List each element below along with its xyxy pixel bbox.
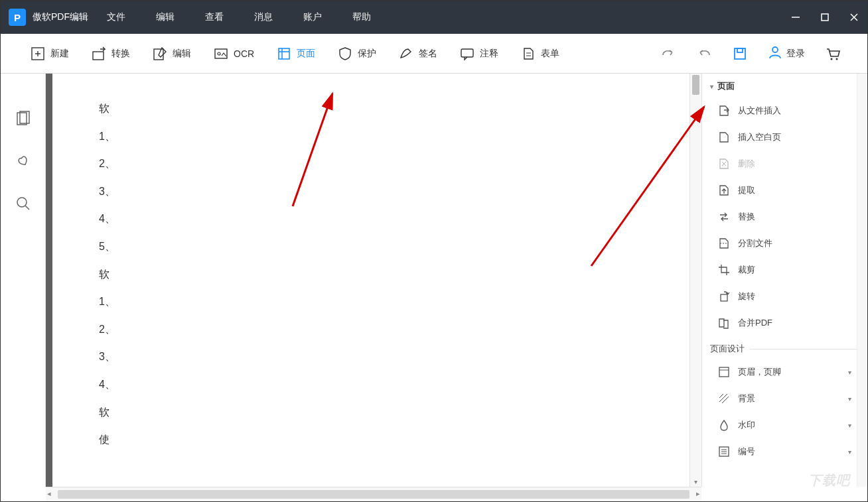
svg-line-25 [25,206,29,210]
split-icon [718,237,730,249]
svg-point-10 [218,52,220,55]
panel-item-label: 从文件插入 [738,105,781,117]
maximize-button[interactable] [820,12,830,23]
tool-protect-label: 保护 [358,48,376,60]
tool-form[interactable]: 表单 [518,42,563,65]
doc-line: 2、 [99,150,689,178]
insert-blank-icon [718,131,730,143]
svg-point-19 [772,47,778,52]
tool-sign[interactable]: 签名 [396,42,441,65]
app-logo: P [9,9,26,26]
panel-split[interactable]: 分割文件 [702,230,867,257]
titlebar: P 傲软PDF编辑 文件 编辑 查看 消息 账户 帮助 [1,1,867,34]
login-label: 登录 [786,48,805,60]
panel-extract[interactable]: 提取 [702,177,867,204]
header-footer-icon [718,366,730,378]
scroll-thumb[interactable] [692,75,699,95]
thumbnails-button[interactable] [15,110,32,127]
login-button[interactable]: 登录 [768,45,805,62]
doc-line: 软 [99,95,689,123]
panel-header-page[interactable]: ▾ 页面 [702,74,867,97]
panel-insert-blank[interactable]: 插入空白页 [702,124,867,151]
caret-down-icon: ▾ [848,448,851,456]
numbering-icon [718,446,730,458]
caret-down-icon: ▾ [848,395,851,403]
tool-form-label: 表单 [541,48,559,60]
panel-header-footer[interactable]: 页眉，页脚▾ [702,359,867,385]
vertical-scrollbar[interactable]: ▾ [689,74,701,487]
panel-scrollbar[interactable] [857,74,867,487]
menu-view[interactable]: 查看 [205,11,224,23]
undo-button[interactable] [696,46,712,62]
document-page[interactable]: 软 1、 2、 3、 4、 5、 软 1、 2、 3、 4、 软 使 [52,74,689,487]
tool-page[interactable]: 页面 [273,42,319,65]
doc-line: 2、 [99,316,689,344]
panel-background[interactable]: 背景▾ [702,385,867,412]
panel-crop[interactable]: 裁剪 [702,257,867,283]
doc-line: 软 [99,261,689,288]
svg-rect-29 [721,294,727,301]
svg-point-21 [836,58,838,60]
svg-line-34 [719,394,723,398]
panel-rotate[interactable]: 旋转 [702,283,867,310]
doc-line: 3、 [99,178,689,206]
svg-point-20 [831,58,833,60]
sign-icon [399,46,413,61]
scroll-right-icon[interactable]: ▸ [696,489,700,498]
cart-button[interactable] [825,46,841,62]
menu-account[interactable]: 账户 [303,11,322,23]
menu-file[interactable]: 文件 [107,11,125,23]
svg-rect-11 [279,48,289,59]
search-button[interactable] [15,195,32,212]
replace-icon [718,211,730,223]
extract-icon [718,184,730,196]
tool-edit-label: 编辑 [173,48,191,60]
tool-protect[interactable]: 保护 [334,42,380,65]
horizontal-scrollbar[interactable]: ◂ ▸ [46,487,701,501]
panel-header-label: 页面 [717,80,735,92]
menu-help[interactable]: 帮助 [352,11,371,23]
ocr-icon [214,46,228,61]
page-gutter [46,74,52,487]
minimize-button[interactable] [790,12,801,23]
svg-rect-1 [822,14,828,21]
svg-rect-14 [461,49,473,57]
doc-line: 3、 [99,343,689,371]
panel-item-label: 背景 [738,393,755,405]
plus-icon [31,46,45,61]
menu-edit[interactable]: 编辑 [156,11,175,23]
panel-merge[interactable]: 合并PDF [702,310,867,336]
tool-comment[interactable]: 注释 [457,42,502,65]
tool-convert-label: 转换 [111,48,130,60]
panel-insert-from-file[interactable]: 从文件插入 [702,97,867,124]
svg-line-32 [719,394,727,402]
bookmarks-button[interactable] [15,153,32,170]
save-button[interactable] [732,46,748,62]
watermark-icon [718,419,730,431]
tool-comment-label: 注释 [480,48,498,60]
doc-line: 4、 [99,371,689,399]
tool-convert[interactable]: 转换 [88,42,133,65]
app-title: 傲软PDF编辑 [33,11,88,23]
tool-new[interactable]: 新建 [27,42,72,65]
tool-edit[interactable]: 编辑 [149,42,194,65]
caret-down-icon: ▾ [848,422,851,429]
document-viewport: 软 1、 2、 3、 4、 5、 软 1、 2、 3、 4、 软 使 ▾ [46,74,701,487]
scroll-down-icon[interactable]: ▾ [690,478,701,485]
scroll-left-icon[interactable]: ◂ [47,489,51,498]
redo-button[interactable] [660,46,676,62]
edit-icon [153,46,167,61]
convert-icon [92,46,106,61]
close-button[interactable] [849,12,859,23]
panel-numbering[interactable]: 编号▾ [702,438,867,465]
svg-rect-30 [719,367,729,377]
panel-watermark[interactable]: 水印▾ [702,412,867,438]
tool-ocr[interactable]: OCR [210,42,257,65]
tool-sign-label: 签名 [419,48,437,60]
panel-replace[interactable]: 替换 [702,204,867,230]
menu-bar: 文件 编辑 查看 消息 账户 帮助 [107,11,371,23]
panel-item-label: 裁剪 [738,264,755,276]
hscroll-thumb[interactable] [58,490,689,499]
menu-message[interactable]: 消息 [254,11,273,23]
watermark-text: 下载吧 [808,471,850,489]
